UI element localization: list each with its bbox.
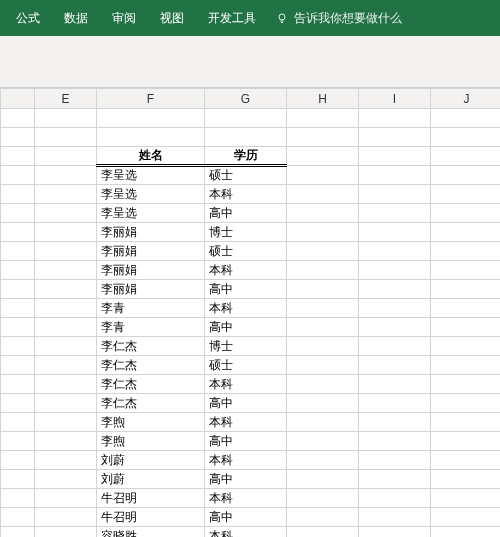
table-row[interactable]: 姓名学历 xyxy=(1,147,501,166)
cell-name[interactable]: 李呈选 xyxy=(97,185,205,204)
cell[interactable] xyxy=(1,527,35,538)
cell-edu[interactable]: 本科 xyxy=(205,375,287,394)
cell-edu[interactable]: 高中 xyxy=(205,470,287,489)
cell[interactable] xyxy=(431,204,501,223)
cell[interactable] xyxy=(1,204,35,223)
table-row[interactable]: 李青高中 xyxy=(1,318,501,337)
cell-name[interactable]: 李丽娟 xyxy=(97,223,205,242)
cell[interactable] xyxy=(97,109,205,128)
cell[interactable] xyxy=(1,166,35,185)
cell[interactable] xyxy=(287,413,359,432)
tab-view[interactable]: 视图 xyxy=(148,0,196,36)
cell[interactable] xyxy=(287,489,359,508)
cell-name[interactable]: 李青 xyxy=(97,318,205,337)
table-row[interactable]: 李仁杰硕士 xyxy=(1,356,501,375)
cell[interactable] xyxy=(35,489,97,508)
cell[interactable] xyxy=(1,299,35,318)
table-row[interactable]: 李丽娟高中 xyxy=(1,280,501,299)
table-row[interactable]: 李仁杰高中 xyxy=(1,394,501,413)
column-header-I[interactable]: I xyxy=(359,89,431,109)
cell[interactable] xyxy=(1,147,35,166)
cell[interactable] xyxy=(359,375,431,394)
cell[interactable] xyxy=(359,470,431,489)
cell-edu[interactable]: 高中 xyxy=(205,432,287,451)
cell-name[interactable]: 李青 xyxy=(97,299,205,318)
cell[interactable] xyxy=(287,451,359,470)
cell[interactable] xyxy=(35,375,97,394)
cell[interactable] xyxy=(35,337,97,356)
cell[interactable] xyxy=(287,394,359,413)
cell-edu[interactable]: 硕士 xyxy=(205,242,287,261)
cell[interactable] xyxy=(1,489,35,508)
cell[interactable] xyxy=(35,394,97,413)
cell-edu[interactable]: 本科 xyxy=(205,185,287,204)
cell[interactable] xyxy=(287,299,359,318)
cell[interactable] xyxy=(359,147,431,166)
cell-name[interactable]: 容晓胜 xyxy=(97,527,205,538)
cell[interactable] xyxy=(287,185,359,204)
cell[interactable] xyxy=(359,185,431,204)
cell-edu[interactable]: 博士 xyxy=(205,223,287,242)
cell[interactable] xyxy=(1,109,35,128)
cell-edu[interactable]: 本科 xyxy=(205,451,287,470)
cell-name[interactable]: 李丽娟 xyxy=(97,261,205,280)
cell[interactable] xyxy=(431,223,501,242)
cell[interactable] xyxy=(431,109,501,128)
column-header-H[interactable]: H xyxy=(287,89,359,109)
table-row[interactable] xyxy=(1,109,501,128)
column-header-G[interactable]: G xyxy=(205,89,287,109)
cell[interactable] xyxy=(359,109,431,128)
cell[interactable] xyxy=(1,128,35,147)
cell[interactable] xyxy=(287,470,359,489)
cell[interactable] xyxy=(359,166,431,185)
cell-name[interactable]: 李丽娟 xyxy=(97,242,205,261)
cell-edu[interactable]: 高中 xyxy=(205,394,287,413)
cell[interactable] xyxy=(1,318,35,337)
cell[interactable] xyxy=(431,185,501,204)
cell-edu[interactable]: 高中 xyxy=(205,280,287,299)
cell[interactable] xyxy=(35,508,97,527)
cell[interactable] xyxy=(431,166,501,185)
cell[interactable] xyxy=(1,508,35,527)
table-row[interactable]: 刘蔚本科 xyxy=(1,451,501,470)
cell[interactable] xyxy=(35,204,97,223)
cell[interactable] xyxy=(287,356,359,375)
cell[interactable] xyxy=(35,109,97,128)
cell[interactable] xyxy=(205,128,287,147)
cell[interactable] xyxy=(35,185,97,204)
cell[interactable] xyxy=(431,489,501,508)
cell-edu[interactable]: 高中 xyxy=(205,318,287,337)
table-header-name[interactable]: 姓名 xyxy=(97,147,205,166)
cell-edu[interactable]: 本科 xyxy=(205,299,287,318)
cell-name[interactable]: 牛召明 xyxy=(97,489,205,508)
column-header-row[interactable]: E F G H I J xyxy=(1,89,501,109)
cell[interactable] xyxy=(287,109,359,128)
spreadsheet-grid[interactable]: E F G H I J 姓名学历李呈选硕士李呈选本科李呈选高中李丽娟博士李丽娟硕… xyxy=(0,88,500,537)
cell[interactable] xyxy=(431,299,501,318)
cell[interactable] xyxy=(287,375,359,394)
cell[interactable] xyxy=(431,413,501,432)
tab-data[interactable]: 数据 xyxy=(52,0,100,36)
cell[interactable] xyxy=(1,261,35,280)
cell[interactable] xyxy=(35,470,97,489)
table-row[interactable]: 刘蔚高中 xyxy=(1,470,501,489)
table-row[interactable]: 李仁杰博士 xyxy=(1,337,501,356)
cell[interactable] xyxy=(287,223,359,242)
cell[interactable] xyxy=(359,299,431,318)
cell[interactable] xyxy=(359,242,431,261)
cell[interactable] xyxy=(359,223,431,242)
cell[interactable] xyxy=(287,166,359,185)
cell[interactable] xyxy=(1,451,35,470)
tell-me-search[interactable]: 告诉我你想要做什么 xyxy=(276,10,402,27)
cell[interactable] xyxy=(1,223,35,242)
column-header-J[interactable]: J xyxy=(431,89,501,109)
cell[interactable] xyxy=(431,375,501,394)
cell[interactable] xyxy=(35,356,97,375)
cell[interactable] xyxy=(359,128,431,147)
tab-formulas[interactable]: 公式 xyxy=(4,0,52,36)
cell-edu[interactable]: 硕士 xyxy=(205,356,287,375)
cell[interactable] xyxy=(35,166,97,185)
cell[interactable] xyxy=(359,489,431,508)
cell[interactable] xyxy=(35,242,97,261)
cell[interactable] xyxy=(359,356,431,375)
